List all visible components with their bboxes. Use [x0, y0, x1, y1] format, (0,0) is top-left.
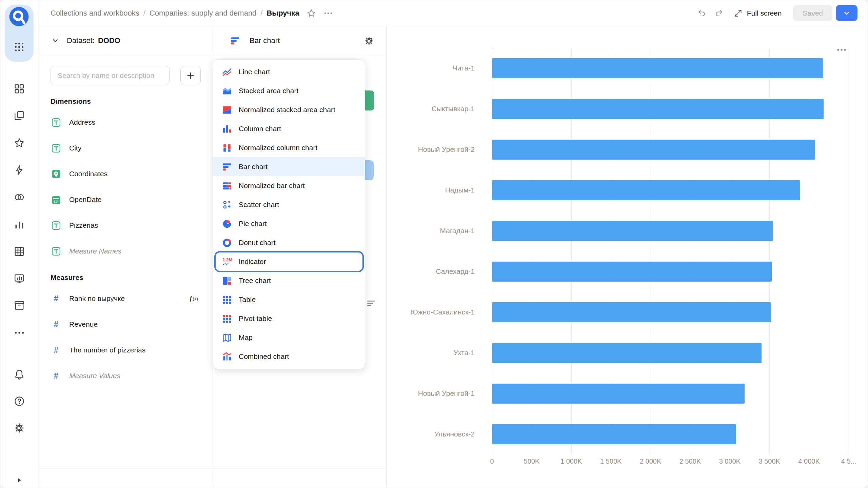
- search-input[interactable]: [51, 66, 170, 85]
- menu-item-label: Stacked area chart: [239, 87, 298, 95]
- save-dropdown-button[interactable]: [836, 5, 857, 21]
- help-icon[interactable]: [13, 395, 25, 407]
- apps-grid-icon[interactable]: [13, 41, 25, 53]
- dimension-field-row[interactable]: OpenDate: [38, 187, 213, 212]
- breadcrumb-collections[interactable]: Collections and workbooks: [51, 9, 139, 18]
- bar-Салехард-1[interactable]: [492, 262, 772, 282]
- dimension-chip-partial[interactable]: [364, 90, 374, 110]
- menu-item-label: Line chart: [239, 68, 270, 76]
- menu-item-line-chart[interactable]: Line chart: [213, 62, 365, 81]
- category-label: Салехард-1: [387, 251, 486, 292]
- chart-plot: [492, 48, 849, 454]
- bar-Ухта-1[interactable]: [492, 343, 762, 363]
- string-type-icon: [51, 246, 62, 257]
- menu-item-label: Pie chart: [239, 220, 267, 228]
- svg-text:(x): (x): [193, 296, 198, 301]
- bar-Магадан-1[interactable]: [492, 221, 773, 241]
- menu-item-scatter-chart[interactable]: Scatter chart: [213, 195, 365, 214]
- menu-item-map[interactable]: Map: [213, 328, 365, 347]
- menu-item-table[interactable]: Table: [213, 290, 365, 309]
- x-tick-label: 4 5...: [841, 458, 856, 465]
- more-icon[interactable]: [13, 327, 25, 339]
- chevron-down-icon[interactable]: [51, 36, 60, 45]
- full-screen-button[interactable]: Full screen: [733, 8, 782, 18]
- menu-item-bar-chart[interactable]: Bar chart: [213, 157, 365, 176]
- formula-icon: f(x): [188, 293, 201, 304]
- lightning-icon[interactable]: [13, 164, 25, 176]
- menu-item-label: Scatter chart: [239, 201, 279, 209]
- menu-item-combined-chart[interactable]: Combined chart: [213, 347, 365, 366]
- dimension-field-row[interactable]: Address: [38, 109, 213, 135]
- measure-chip-partial[interactable]: [364, 160, 374, 180]
- star-icon[interactable]: [13, 137, 25, 149]
- bar-Сыктывкар-1[interactable]: [492, 99, 824, 119]
- bar-row: [492, 414, 849, 454]
- menu-item-pie-chart[interactable]: Pie chart: [213, 214, 365, 233]
- dimension-field-row[interactable]: Measure Names: [38, 238, 213, 264]
- dataset-header[interactable]: Dataset: DODO: [38, 26, 213, 55]
- settings-icon[interactable]: [13, 422, 25, 434]
- menu-item-donut-chart[interactable]: Donut chart: [213, 233, 365, 252]
- menu-item-label: Column chart: [239, 125, 281, 133]
- squares-icon[interactable]: [13, 83, 25, 95]
- bar-Ульяновск-2[interactable]: [492, 424, 736, 444]
- bars-icon[interactable]: [13, 218, 25, 230]
- chart-type-header: Bar chart: [213, 26, 386, 55]
- bar-chart-type-icon[interactable]: [230, 35, 241, 46]
- venn-icon[interactable]: [13, 191, 25, 203]
- dataset-name[interactable]: DODO: [98, 36, 120, 45]
- sort-icon[interactable]: [366, 297, 377, 310]
- redo-icon[interactable]: [714, 8, 724, 18]
- bell-icon[interactable]: [13, 368, 25, 381]
- menu-item-normalized-bar-chart[interactable]: Normalized bar chart: [213, 176, 365, 195]
- menu-item-pivot-table[interactable]: Pivot table: [213, 309, 365, 328]
- measure-field-row[interactable]: #The number of pizzerias: [38, 337, 213, 363]
- x-tick-label: 1 500K: [600, 458, 622, 465]
- datalens-logo[interactable]: [8, 6, 29, 27]
- menu-item-normalized-stacked-area-chart[interactable]: Normalized stacked area chart: [213, 100, 365, 119]
- chart-settings-gear-icon[interactable]: [363, 35, 375, 46]
- menu-item-normalized-column-chart[interactable]: Normalized column chart: [213, 138, 365, 157]
- bar-Чита-1[interactable]: [492, 58, 823, 78]
- bar-Новый Уренгой-2[interactable]: [492, 140, 815, 160]
- svg-text:#: #: [54, 320, 58, 329]
- normalized-stacked-area-icon: [221, 104, 233, 116]
- grid-icon[interactable]: [13, 245, 25, 258]
- bar-Южно-Сахалинск-1[interactable]: [492, 302, 771, 322]
- box-icon[interactable]: [13, 300, 25, 312]
- menu-item-indicator[interactable]: 1.2MIndicator: [213, 252, 365, 271]
- sidebar-bottom-icons: [0, 368, 38, 434]
- menu-item-label: Normalized bar chart: [239, 182, 305, 190]
- sidebar-collapse-icon[interactable]: [15, 476, 23, 484]
- top-bar-actions: Full screen Saved: [687, 5, 857, 21]
- measure-field-row[interactable]: #Measure Values: [38, 363, 213, 389]
- menu-item-tree-chart[interactable]: Tree chart: [213, 271, 365, 290]
- layers-icon[interactable]: [13, 110, 25, 122]
- menu-item-column-chart[interactable]: Column chart: [213, 119, 365, 138]
- measure-field-row[interactable]: #Rank по выручкеf(x): [38, 286, 213, 311]
- undo-icon[interactable]: [697, 8, 707, 18]
- geopoint-type-icon: [51, 168, 62, 180]
- bar-chart-type-icon: [221, 161, 233, 172]
- bar-Надым-1[interactable]: [492, 180, 800, 200]
- monitor-icon[interactable]: [13, 272, 25, 285]
- add-field-button[interactable]: [180, 66, 201, 85]
- favorite-star-icon[interactable]: [306, 8, 316, 18]
- dimension-field-row[interactable]: Coordinates: [38, 161, 213, 187]
- bar-row: [492, 373, 849, 414]
- breadcrumb-more-icon[interactable]: [323, 8, 333, 18]
- breadcrumb-workbook[interactable]: Companies: supply and demand: [150, 9, 257, 18]
- table-icon: [221, 294, 233, 305]
- bar-Новый Уренгой-1[interactable]: [492, 384, 745, 404]
- dimension-field-row[interactable]: Pizzerias: [38, 212, 213, 238]
- dimension-field-row[interactable]: City: [38, 135, 213, 161]
- x-tick-label: 1 000K: [560, 458, 582, 465]
- line-chart-icon: [221, 66, 233, 78]
- bar-row: [492, 292, 849, 332]
- measure-field-row[interactable]: #Revenue: [38, 311, 213, 337]
- chart-type-selector[interactable]: Bar chart: [250, 36, 280, 45]
- tree-chart-icon: [221, 275, 233, 286]
- menu-item-stacked-area-chart[interactable]: Stacked area chart: [213, 81, 365, 100]
- string-type-icon: [51, 117, 62, 128]
- saved-button[interactable]: Saved: [793, 5, 832, 21]
